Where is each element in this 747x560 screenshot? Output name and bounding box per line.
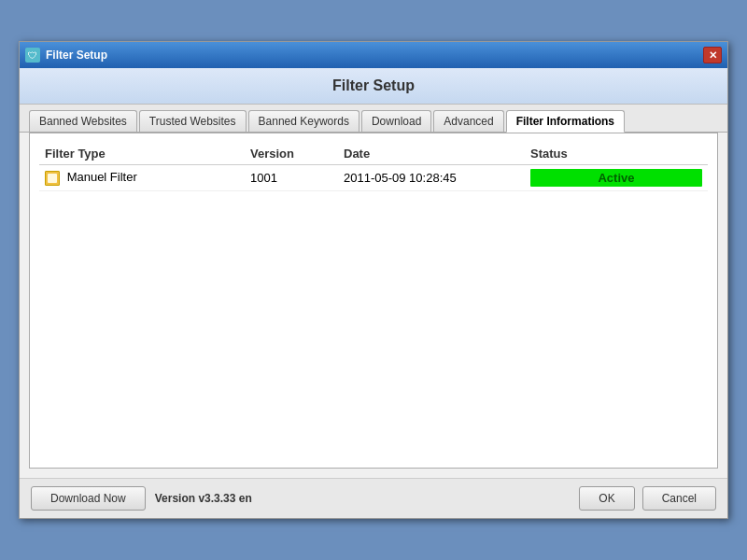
tab-banned-keywords[interactable]: Banned Keywords	[248, 110, 359, 132]
tab-download[interactable]: Download	[361, 110, 431, 132]
cancel-button[interactable]: Cancel	[642, 486, 716, 511]
col-version: Version	[250, 147, 344, 161]
window-title: Filter Setup	[46, 49, 107, 62]
col-date: Date	[344, 147, 530, 161]
tab-advanced[interactable]: Advanced	[433, 110, 503, 132]
filter-icon	[45, 171, 60, 186]
tab-trusted-websites[interactable]: Trusted Websites	[139, 110, 247, 132]
table-row[interactable]: Manuel Filter 1001 2011-05-09 10:28:45 A…	[39, 165, 708, 191]
table-header: Filter Type Version Date Status	[39, 143, 708, 165]
main-window: 🛡 Filter Setup ✕ Filter Setup Banned Web…	[19, 41, 728, 519]
dialog-header: Filter Setup	[20, 68, 727, 105]
tabs-container: Banned Websites Trusted Websites Banned …	[20, 105, 727, 133]
col-status: Status	[530, 147, 702, 161]
ok-button[interactable]: OK	[579, 486, 634, 511]
content-area: Filter Type Version Date Status Manuel F…	[29, 133, 718, 469]
version-text: Version v3.3.33 en	[155, 492, 252, 505]
download-now-button[interactable]: Download Now	[31, 486, 146, 511]
footer-bar: Download Now Version v3.3.33 en OK Cance…	[20, 478, 727, 518]
titlebar: 🛡 Filter Setup ✕	[20, 42, 727, 68]
tab-banned-websites[interactable]: Banned Websites	[29, 110, 137, 132]
app-icon: 🛡	[25, 48, 40, 63]
dialog-title: Filter Setup	[332, 77, 415, 93]
version-cell: 1001	[250, 171, 344, 185]
titlebar-left: 🛡 Filter Setup	[25, 48, 107, 63]
col-filter-type: Filter Type	[45, 147, 250, 161]
footer-right: OK Cancel	[579, 486, 716, 511]
status-badge: Active	[530, 169, 702, 187]
date-cell: 2011-05-09 10:28:45	[344, 171, 530, 185]
footer-left: Download Now Version v3.3.33 en	[31, 486, 252, 511]
filter-type-cell: Manuel Filter	[45, 170, 250, 186]
tab-filter-informations[interactable]: Filter Informations	[506, 110, 625, 133]
close-button[interactable]: ✕	[703, 47, 722, 63]
